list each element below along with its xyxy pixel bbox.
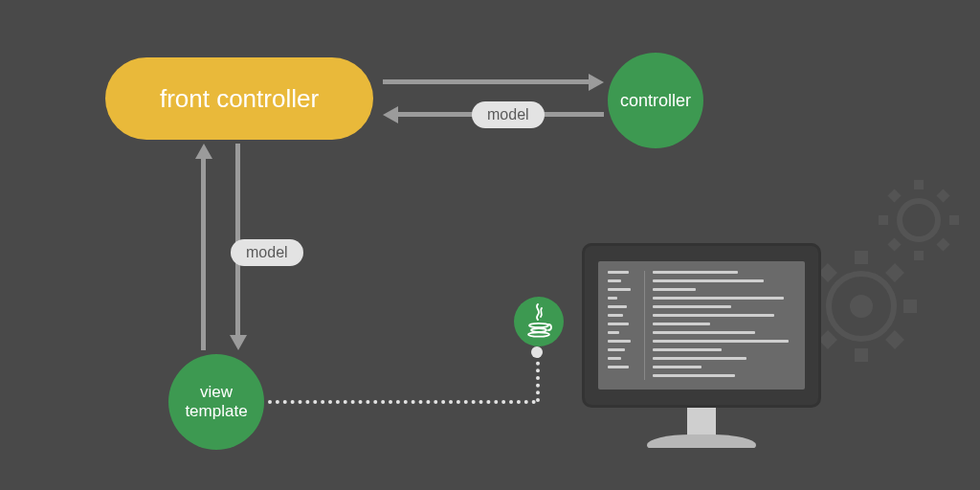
front-controller-node: front controller: [105, 57, 373, 140]
svg-line-17: [890, 268, 900, 278]
svg-line-18: [823, 335, 833, 345]
dotted-endpoint: [531, 346, 543, 358]
arrow-fc-to-controller: [383, 79, 589, 84]
svg-point-10: [850, 295, 873, 318]
svg-point-19: [529, 323, 548, 327]
svg-point-21: [528, 332, 549, 336]
svg-line-5: [891, 192, 898, 199]
java-icon: [514, 297, 564, 346]
svg-line-15: [823, 268, 833, 278]
edge-label-model-top: model: [472, 101, 545, 128]
gears-icon: [794, 172, 980, 368]
svg-point-0: [900, 201, 938, 239]
monitor-icon: [582, 243, 821, 408]
arrow-head-icon: [383, 106, 398, 123]
svg-line-7: [940, 192, 947, 199]
dotted-connector: [268, 400, 536, 404]
arrow-head-icon: [230, 335, 247, 350]
controller-label: controller: [620, 91, 691, 111]
arrow-head-icon: [195, 144, 212, 159]
svg-line-8: [891, 241, 898, 248]
svg-line-16: [890, 335, 900, 345]
view-template-node: view template: [168, 354, 264, 450]
front-controller-label: front controller: [160, 84, 319, 114]
arrow-head-icon: [589, 74, 604, 91]
monitor-stand: [687, 408, 716, 440]
svg-point-20: [531, 328, 546, 332]
svg-line-6: [940, 241, 947, 248]
dotted-connector: [536, 354, 540, 402]
monitor-screen: [598, 261, 805, 390]
arrow-view-to-fc: [201, 159, 206, 350]
edge-label-model-left: model: [231, 239, 303, 266]
view-template-label: view template: [185, 383, 247, 422]
controller-node: controller: [608, 53, 703, 148]
